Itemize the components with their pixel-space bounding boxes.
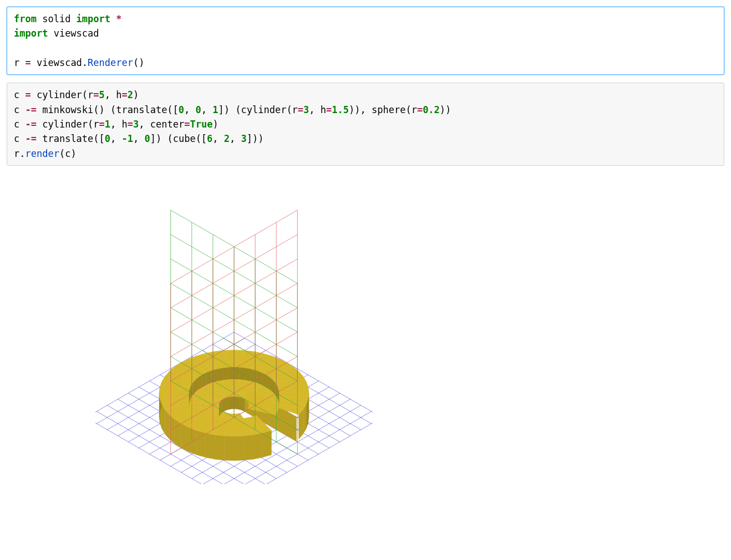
svg-marker-188 bbox=[238, 397, 240, 410]
svg-marker-38 bbox=[189, 427, 197, 455]
svg-marker-184 bbox=[230, 397, 232, 409]
svg-marker-31 bbox=[253, 433, 263, 459]
svg-marker-34 bbox=[224, 436, 234, 461]
svg-marker-41 bbox=[169, 415, 175, 444]
svg-marker-179 bbox=[222, 399, 224, 413]
svg-marker-178 bbox=[221, 400, 222, 414]
svg-marker-40 bbox=[175, 419, 181, 448]
svg-marker-35 bbox=[215, 435, 224, 460]
svg-marker-191 bbox=[243, 399, 245, 411]
viewscad-3d-canvas[interactable] bbox=[95, 174, 373, 484]
svg-marker-189 bbox=[240, 398, 241, 410]
code-cell-1[interactable]: from solid import * import viewscad r = … bbox=[7, 7, 724, 75]
render-output[interactable] bbox=[95, 174, 373, 484]
svg-marker-182 bbox=[227, 398, 229, 410]
code-cell-2-content[interactable]: c = cylinder(r=5, h=2) c -= minkowski() … bbox=[14, 88, 717, 161]
svg-marker-37 bbox=[197, 430, 206, 457]
code-cell-2[interactable]: c = cylinder(r=5, h=2) c -= minkowski() … bbox=[7, 83, 724, 166]
svg-marker-183 bbox=[229, 397, 230, 410]
svg-marker-33 bbox=[234, 436, 244, 461]
svg-marker-30 bbox=[263, 430, 272, 457]
svg-marker-36 bbox=[205, 433, 215, 459]
svg-marker-190 bbox=[241, 398, 243, 411]
svg-marker-181 bbox=[225, 398, 227, 411]
svg-marker-32 bbox=[244, 435, 253, 460]
svg-marker-180 bbox=[224, 399, 225, 411]
svg-marker-116 bbox=[217, 368, 222, 381]
code-cell-1-content[interactable]: from solid import * import viewscad r = … bbox=[14, 12, 717, 70]
svg-marker-186 bbox=[234, 397, 236, 409]
svg-marker-185 bbox=[232, 397, 234, 409]
svg-marker-187 bbox=[236, 397, 238, 409]
svg-marker-121 bbox=[246, 368, 251, 381]
